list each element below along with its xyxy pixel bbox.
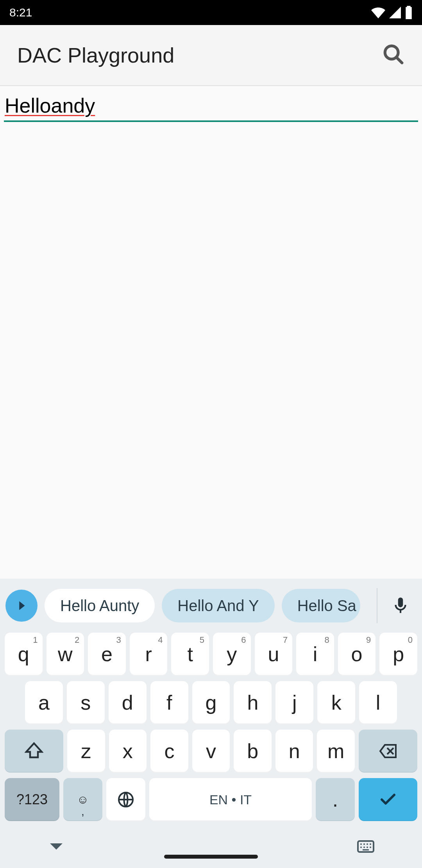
keyboard-switch-button[interactable] [356, 837, 375, 857]
svg-point-11 [370, 846, 371, 848]
key-s[interactable]: s [67, 681, 105, 724]
input-wrap [0, 86, 422, 122]
key-t[interactable]: t5 [171, 633, 209, 676]
key-n[interactable]: n [275, 730, 313, 773]
content-area [0, 122, 422, 579]
check-icon [379, 790, 397, 809]
period-key[interactable]: . [316, 778, 355, 821]
key-d[interactable]: d [109, 681, 147, 724]
enter-key[interactable] [359, 778, 417, 821]
key-b[interactable]: b [234, 730, 272, 773]
mic-icon [391, 596, 410, 615]
language-key[interactable] [106, 778, 145, 821]
key-u[interactable]: u7 [255, 633, 293, 676]
system-nav-bar [0, 827, 422, 868]
keyboard-icon [356, 837, 375, 856]
key-m[interactable]: m [317, 730, 355, 773]
chevron-right-icon [15, 599, 28, 612]
app-bar: DAC Playground [0, 25, 422, 85]
backspace-key[interactable] [359, 730, 417, 773]
key-z[interactable]: z [67, 730, 105, 773]
key-v[interactable]: v [192, 730, 230, 773]
key-o[interactable]: o9 [338, 633, 376, 676]
key-row-4: ?123 ☺ , EN • IT . [5, 778, 417, 821]
key-y[interactable]: y6 [213, 633, 251, 676]
key-row-1: q1 w2 e3 r4 t5 y6 u7 i8 o9 p0 [5, 633, 417, 676]
svg-point-6 [367, 843, 368, 845]
battery-icon [405, 6, 413, 19]
backspace-icon [379, 742, 397, 760]
suggestion-item[interactable]: Hello Sa [282, 589, 360, 622]
key-g[interactable]: g [192, 681, 230, 724]
svg-point-7 [370, 843, 371, 845]
voice-input-button[interactable] [384, 590, 417, 622]
key-c[interactable]: c [150, 730, 188, 773]
gesture-pill[interactable] [164, 855, 258, 859]
status-time: 8:21 [9, 6, 32, 19]
space-key[interactable]: EN • IT [149, 778, 312, 821]
key-j[interactable]: j [275, 681, 313, 724]
key-a[interactable]: a [25, 681, 63, 724]
hide-keyboard-button[interactable] [47, 837, 66, 857]
symbols-key[interactable]: ?123 [5, 778, 59, 821]
key-row-3: z x c v b n m [5, 730, 417, 773]
key-k[interactable]: k [317, 681, 355, 724]
key-i[interactable]: i8 [296, 633, 334, 676]
expand-suggestions-button[interactable] [5, 590, 38, 622]
key-h[interactable]: h [234, 681, 272, 724]
svg-point-5 [363, 843, 365, 845]
emoji-key[interactable]: ☺ , [63, 778, 102, 821]
text-input[interactable] [4, 90, 418, 122]
key-x[interactable]: x [109, 730, 147, 773]
svg-rect-12 [363, 849, 369, 850]
suggestion-pills: Hello Aunty Hello And Y Hello Sa [45, 589, 370, 622]
key-row-2: a s d f g h j k l [5, 681, 417, 724]
key-grid: q1 w2 e3 r4 t5 y6 u7 i8 o9 p0 a s d f g … [0, 633, 422, 827]
svg-point-8 [360, 846, 362, 848]
wifi-icon [371, 7, 385, 18]
suggestion-item[interactable]: Hello And Y [162, 589, 274, 622]
key-p[interactable]: p0 [379, 633, 417, 676]
key-w[interactable]: w2 [46, 633, 84, 676]
emoji-icon: ☺ [77, 794, 89, 805]
svg-line-1 [396, 57, 402, 63]
signal-icon [389, 7, 401, 18]
separator [377, 588, 377, 623]
search-button[interactable] [382, 43, 405, 67]
shift-key[interactable] [5, 730, 63, 773]
suggestion-item[interactable]: Hello Aunty [45, 589, 155, 622]
key-r[interactable]: r4 [130, 633, 168, 676]
svg-point-4 [360, 843, 362, 845]
key-l[interactable]: l [359, 681, 397, 724]
svg-point-9 [363, 846, 365, 848]
key-f[interactable]: f [150, 681, 188, 724]
status-right [371, 6, 413, 19]
svg-point-10 [367, 846, 368, 848]
page-title: DAC Playground [17, 43, 174, 67]
globe-icon [116, 790, 135, 809]
status-bar: 8:21 [0, 0, 422, 25]
search-icon [382, 43, 405, 66]
shift-icon [25, 742, 43, 760]
chevron-down-icon [47, 837, 66, 856]
key-e[interactable]: e3 [88, 633, 126, 676]
soft-keyboard: Hello Aunty Hello And Y Hello Sa q1 w2 e… [0, 579, 422, 868]
suggestion-row: Hello Aunty Hello And Y Hello Sa [0, 584, 422, 627]
comma-label: , [81, 805, 84, 818]
key-q[interactable]: q1 [5, 633, 43, 676]
